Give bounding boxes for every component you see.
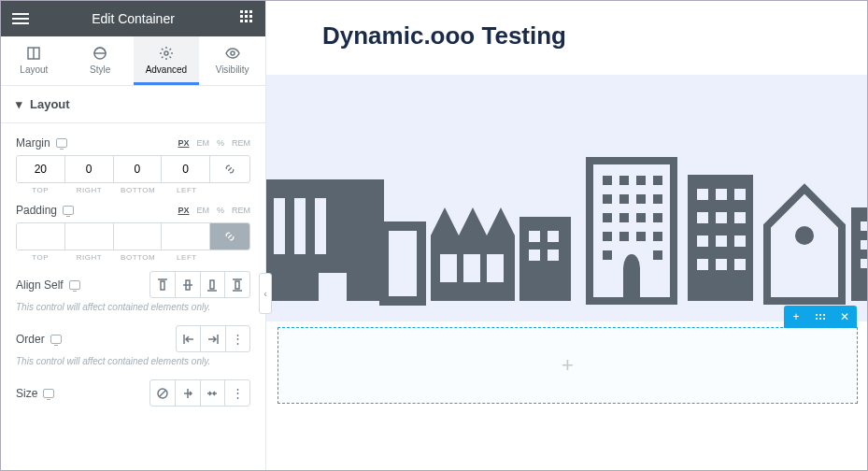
svg-rect-39 xyxy=(653,194,662,204)
padding-top-input[interactable] xyxy=(17,223,64,250)
order-end[interactable] xyxy=(201,326,225,351)
margin-top-input[interactable] xyxy=(17,156,64,182)
padding-bottom-input[interactable] xyxy=(114,223,162,250)
svg-rect-33 xyxy=(619,176,629,185)
svg-rect-46 xyxy=(636,232,646,241)
eye-icon xyxy=(225,46,240,61)
control-margin: Margin PX EM % REM xyxy=(16,136,250,194)
delete-element-button[interactable]: ✕ xyxy=(832,306,857,328)
empty-container[interactable]: + ✕ + xyxy=(277,327,858,404)
tab-label: Layout xyxy=(20,64,48,75)
style-icon xyxy=(92,46,107,61)
add-element-button[interactable]: + xyxy=(784,306,808,328)
padding-right-input[interactable] xyxy=(65,223,113,250)
add-widget-button[interactable]: + xyxy=(562,353,574,378)
svg-rect-44 xyxy=(603,232,612,241)
tab-style[interactable]: Style xyxy=(67,36,134,85)
svg-rect-32 xyxy=(603,176,612,185)
svg-rect-37 xyxy=(619,194,629,204)
svg-rect-71 xyxy=(861,259,867,268)
svg-rect-6 xyxy=(161,281,164,290)
sublabel: LEFT xyxy=(163,186,211,194)
align-start[interactable] xyxy=(150,272,176,297)
svg-rect-29 xyxy=(529,250,540,261)
link-icon xyxy=(223,230,236,243)
order-more[interactable]: ⋮ xyxy=(226,326,249,351)
svg-rect-23 xyxy=(440,254,457,282)
section-toggle-layout[interactable]: ▾ Layout xyxy=(1,86,265,123)
hero-band[interactable] xyxy=(266,75,867,321)
svg-rect-60 xyxy=(697,259,708,270)
align-end[interactable] xyxy=(201,272,226,297)
unit-px[interactable]: PX xyxy=(178,206,189,215)
responsive-icon[interactable] xyxy=(63,206,74,215)
align-center[interactable] xyxy=(176,272,201,297)
svg-rect-21 xyxy=(315,198,326,254)
tab-layout[interactable]: Layout xyxy=(1,36,67,85)
svg-rect-19 xyxy=(274,198,285,254)
sublabel: RIGHT xyxy=(64,253,113,262)
margin-label: Margin xyxy=(16,136,50,150)
unit-rem[interactable]: REM xyxy=(232,206,250,215)
tab-visibility[interactable]: Visibility xyxy=(199,36,265,85)
svg-rect-28 xyxy=(548,231,559,242)
responsive-icon[interactable] xyxy=(50,335,62,344)
size-shrink[interactable] xyxy=(201,380,226,406)
svg-rect-54 xyxy=(697,212,708,223)
padding-link-toggle[interactable] xyxy=(210,223,249,250)
align-stretch[interactable] xyxy=(225,272,249,297)
svg-rect-48 xyxy=(603,250,612,260)
chevron-down-icon: ▾ xyxy=(16,97,22,111)
svg-rect-20 xyxy=(294,198,306,254)
responsive-icon[interactable] xyxy=(69,280,80,290)
margin-right-input[interactable] xyxy=(65,156,113,182)
apps-icon[interactable] xyxy=(237,10,254,27)
control-padding: Padding PX EM % REM xyxy=(16,204,250,262)
responsive-icon[interactable] xyxy=(43,389,54,398)
page-title: Dynamic.ooo Testing xyxy=(322,21,867,50)
unit-em[interactable]: EM xyxy=(196,138,209,148)
skyline-illustration xyxy=(266,123,867,310)
svg-rect-56 xyxy=(734,212,746,223)
align-help: This control will affect contained eleme… xyxy=(16,302,250,312)
size-grow[interactable] xyxy=(176,380,201,406)
panel-collapse-handle[interactable]: ‹ xyxy=(259,273,272,314)
margin-link-toggle[interactable] xyxy=(210,156,249,182)
margin-left-input[interactable] xyxy=(162,156,209,182)
sublabel: LEFT xyxy=(163,253,211,262)
svg-rect-26 xyxy=(519,217,571,301)
order-start[interactable] xyxy=(177,326,201,351)
gear-icon xyxy=(159,46,174,61)
svg-rect-25 xyxy=(487,254,504,282)
canvas: Dynamic.ooo Testing xyxy=(266,1,867,470)
tab-advanced[interactable]: Advanced xyxy=(134,36,200,85)
editor-panel: Edit Container Layout Style Advanced Vis… xyxy=(1,1,266,470)
svg-point-3 xyxy=(164,51,168,55)
sublabel: TOP xyxy=(16,253,64,262)
svg-rect-13 xyxy=(235,281,239,289)
padding-units: PX EM % REM xyxy=(178,206,250,215)
unit-pct[interactable]: % xyxy=(217,206,224,215)
padding-left-input[interactable] xyxy=(162,223,209,250)
unit-px[interactable]: PX xyxy=(178,138,189,148)
size-more[interactable]: ⋮ xyxy=(225,380,249,406)
svg-rect-30 xyxy=(548,250,559,261)
drag-handle[interactable] xyxy=(808,306,832,328)
padding-label: Padding xyxy=(16,204,57,217)
svg-point-4 xyxy=(231,51,235,55)
svg-rect-45 xyxy=(619,232,629,241)
unit-em[interactable]: EM xyxy=(196,206,209,215)
sublabel: TOP xyxy=(16,186,64,194)
responsive-icon[interactable] xyxy=(56,138,67,148)
order-help: This control will affect contained eleme… xyxy=(16,356,250,366)
menu-icon[interactable] xyxy=(12,10,29,27)
size-none[interactable] xyxy=(150,380,176,406)
panel-header: Edit Container xyxy=(1,1,265,36)
unit-rem[interactable]: REM xyxy=(232,138,250,148)
order-options: ⋮ xyxy=(176,325,250,352)
svg-rect-38 xyxy=(636,194,646,204)
unit-pct[interactable]: % xyxy=(217,138,224,148)
element-toolbar: + ✕ xyxy=(784,306,857,328)
page-header: Dynamic.ooo Testing xyxy=(266,1,867,75)
margin-bottom-input[interactable] xyxy=(114,156,162,182)
